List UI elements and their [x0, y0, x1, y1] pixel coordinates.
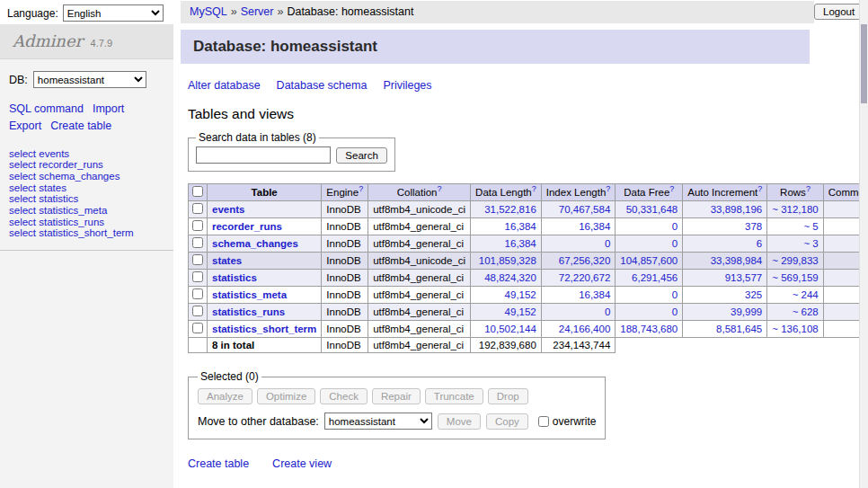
sidebar-item-select-statistics-runs[interactable]: select statistics_runs	[9, 217, 164, 228]
rows-count-link[interactable]: ~ 299,833	[772, 255, 818, 266]
index-length-link[interactable]: 67,256,320	[559, 255, 611, 266]
sidebar-item-select-recorder-runs[interactable]: select recorder_runs	[9, 159, 164, 171]
rows-count-link[interactable]: ~ 136,108	[772, 324, 818, 334]
search-button[interactable]: Search	[336, 147, 386, 164]
help-link[interactable]: ?	[806, 184, 810, 193]
index-length-link[interactable]: 70,467,584	[559, 204, 611, 215]
auto-increment-link[interactable]: 33,898,196	[711, 204, 763, 215]
row-checkbox[interactable]	[192, 237, 203, 248]
sidebar-item-select-schema-changes[interactable]: select schema_changes	[9, 171, 164, 182]
truncate-button[interactable]: Truncate	[425, 388, 483, 404]
table-name-link[interactable]: statistics_meta	[212, 289, 287, 300]
search-input[interactable]	[196, 146, 331, 164]
row-checkbox[interactable]	[192, 220, 203, 231]
auto-increment-link[interactable]: 325	[745, 289, 762, 300]
sidebar-item-select-statistics[interactable]: select statistics	[9, 193, 164, 205]
row-checkbox[interactable]	[192, 288, 203, 299]
auto-increment-link[interactable]: 6	[757, 238, 762, 249]
auto-increment-link[interactable]: 378	[745, 221, 762, 232]
sidebar-sql-command-link[interactable]: SQL command	[9, 102, 84, 115]
rows-count-link[interactable]: ~ 312,180	[772, 204, 818, 215]
auto-increment-link[interactable]: 33,398,984	[711, 255, 763, 266]
breadcrumb-server-link[interactable]: Server	[241, 5, 274, 18]
sidebar-import-link[interactable]: Import	[93, 102, 124, 115]
auto-increment-link[interactable]: 913,577	[725, 272, 763, 283]
row-checkbox[interactable]	[192, 254, 203, 265]
check-button[interactable]: Check	[320, 388, 368, 404]
data-length-link[interactable]: 48,824,320	[484, 272, 536, 283]
sidebar-item-select-statistics-meta[interactable]: select statistics_meta	[9, 205, 164, 217]
data-free-link[interactable]: 50,331,648	[626, 204, 678, 215]
data-length-link[interactable]: 16,384	[505, 238, 536, 249]
data-free-link[interactable]: 0	[672, 289, 678, 300]
select-all-checkbox[interactable]	[192, 186, 203, 197]
index-length-link[interactable]: 24,166,400	[559, 324, 611, 334]
data-length-link[interactable]: 49,152	[505, 306, 536, 317]
data-length-link[interactable]: 16,384	[505, 221, 536, 232]
optimize-button[interactable]: Optimize	[257, 388, 315, 404]
row-checkbox[interactable]	[192, 271, 203, 282]
row-checkbox[interactable]	[192, 203, 203, 214]
logout-button[interactable]: Logout	[814, 4, 864, 20]
table-name-link[interactable]: statistics	[212, 272, 257, 283]
table-name-link[interactable]: events	[212, 204, 244, 215]
row-checkbox[interactable]	[192, 306, 203, 316]
rows-count-link[interactable]: ~ 244	[793, 289, 819, 300]
table-name-link[interactable]: statistics_runs	[212, 306, 285, 317]
index-length-link[interactable]: 72,220,672	[559, 272, 611, 283]
table-name-link[interactable]: statistics_short_term	[212, 324, 316, 334]
help-link[interactable]: ?	[606, 184, 610, 193]
index-length-link[interactable]: 0	[605, 238, 610, 249]
row-checkbox[interactable]	[192, 323, 203, 333]
data-free-link[interactable]: 188,743,680	[620, 324, 678, 334]
auto-increment-link[interactable]: 39,999	[731, 306, 762, 317]
data-free-link[interactable]: 6,291,456	[632, 272, 678, 283]
data-free-link[interactable]: 0	[672, 221, 678, 232]
rows-count-link[interactable]: ~ 569,159	[772, 272, 818, 283]
data-free-link[interactable]: 104,857,600	[620, 255, 678, 266]
vertical-scrollbar[interactable]	[859, 0, 868, 488]
db-select[interactable]: homeassistant	[33, 71, 146, 88]
move-db-select[interactable]: homeassistant	[324, 413, 432, 430]
language-select[interactable]: English	[63, 4, 164, 22]
help-link[interactable]: ?	[532, 184, 536, 193]
data-free-link[interactable]: 0	[672, 238, 678, 249]
drop-button[interactable]: Drop	[488, 388, 528, 404]
data-length-link[interactable]: 31,522,816	[484, 204, 536, 215]
rows-count-link[interactable]: ~ 5	[803, 221, 818, 232]
analyze-button[interactable]: Analyze	[198, 388, 252, 404]
create-table-link[interactable]: Create table	[188, 457, 249, 470]
repair-button[interactable]: Repair	[372, 388, 421, 404]
database-schema-link[interactable]: Database schema	[277, 79, 368, 92]
data-length-link[interactable]: 10,502,144	[484, 324, 536, 334]
data-length-link[interactable]: 101,859,328	[479, 255, 536, 266]
help-link[interactable]: ?	[437, 184, 441, 193]
help-link[interactable]: ?	[757, 184, 762, 193]
rows-count-link[interactable]: ~ 628	[793, 306, 819, 317]
overwrite-checkbox[interactable]	[538, 416, 549, 427]
sidebar-export-link[interactable]: Export	[9, 120, 41, 132]
help-link[interactable]: ?	[359, 184, 363, 193]
copy-button[interactable]: Copy	[486, 413, 528, 430]
data-free-link[interactable]: 0	[672, 306, 678, 317]
sidebar-create-table-link[interactable]: Create table	[50, 120, 111, 132]
sidebar-item-select-states[interactable]: select states	[9, 182, 164, 194]
table-name-link[interactable]: recorder_runs	[212, 221, 282, 232]
table-name-link[interactable]: schema_changes	[212, 238, 298, 249]
table-name-link[interactable]: states	[212, 255, 242, 266]
index-length-link[interactable]: 16,384	[579, 221, 610, 232]
auto-increment-link[interactable]: 8,581,645	[716, 324, 762, 334]
help-link[interactable]: ?	[669, 184, 674, 193]
data-length-link[interactable]: 49,152	[505, 289, 536, 300]
breadcrumb-mysql-link[interactable]: MySQL	[190, 5, 227, 18]
sidebar-item-select-events[interactable]: select events	[9, 148, 164, 160]
move-button[interactable]: Move	[438, 413, 481, 430]
create-view-link[interactable]: Create view	[272, 457, 332, 470]
index-length-link[interactable]: 16,384	[579, 289, 610, 300]
alter-database-link[interactable]: Alter database	[188, 79, 261, 92]
scrollbar-thumb[interactable]	[861, 24, 867, 103]
rows-count-link[interactable]: ~ 3	[803, 238, 818, 249]
sidebar-item-select-statistics-short-term[interactable]: select statistics_short_term	[9, 227, 164, 239]
privileges-link[interactable]: Privileges	[383, 79, 431, 92]
index-length-link[interactable]: 0	[605, 306, 610, 317]
